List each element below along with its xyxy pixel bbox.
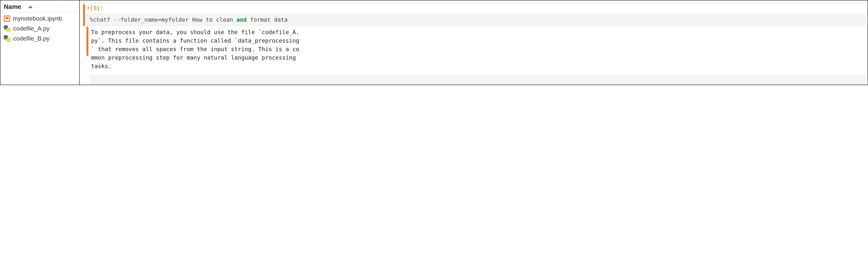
- code-token-option-val: myfolder: [161, 16, 189, 23]
- file-browser-header[interactable]: Name: [0, 0, 80, 12]
- jupyterlab-window: Name mynotebook.ipynb codefile_A.py code…: [0, 0, 868, 85]
- file-list: mynotebook.ipynb codefile_A.py codefile_…: [0, 12, 80, 45]
- code-input-area[interactable]: %chatf --folder_name=myfolder How to cle…: [87, 13, 865, 26]
- output-text[interactable]: To preprocess your data, you should use …: [90, 27, 865, 71]
- empty-code-cell[interactable]: [90, 75, 865, 85]
- file-browser-panel: Name mynotebook.ipynb codefile_A.py code…: [0, 0, 80, 85]
- output-line: ` that removes all spaces from the input…: [91, 46, 299, 52]
- execution-count: 9: [93, 5, 97, 11]
- code-token-keyword-and: and: [237, 16, 247, 23]
- notebook-top-border: [89, 0, 868, 3]
- file-item-python-a[interactable]: codefile_A.py: [0, 24, 80, 34]
- column-divider: [62, 6, 62, 11]
- cell-body: •[9]: %chatf --folder_name=myfolder How …: [87, 4, 865, 26]
- notebook-icon: [4, 15, 10, 22]
- prompt-bullet-icon: •[: [87, 5, 93, 11]
- sort-ascending-icon[interactable]: [28, 5, 33, 8]
- output-line: mmon preprocessing step for many natural…: [91, 54, 296, 61]
- code-token-eq: =: [158, 16, 161, 23]
- code-token-option-name: folder_name: [121, 16, 158, 23]
- code-cell[interactable]: •[9]: %chatf --folder_name=myfolder How …: [83, 4, 865, 26]
- output-line: tasks.: [91, 63, 112, 69]
- file-item-label: codefile_B.py: [13, 35, 50, 42]
- notebook-inner: •[9]: %chatf --folder_name=myfolder How …: [83, 3, 868, 85]
- output-line: To preprocess your data, you should use …: [91, 29, 299, 35]
- file-item-python-b[interactable]: codefile_B.py: [0, 34, 80, 44]
- python-icon: [4, 35, 10, 42]
- code-token-query-post: format data: [250, 16, 288, 23]
- file-item-label: mynotebook.ipynb: [13, 15, 62, 22]
- python-icon: [4, 25, 10, 32]
- file-item-label: codefile_A.py: [13, 25, 50, 32]
- code-token-option-flag: --: [114, 16, 120, 23]
- notebook-panel: •[9]: %chatf --folder_name=myfolder How …: [80, 0, 868, 85]
- column-header-name[interactable]: Name: [4, 3, 21, 10]
- cell-output: To preprocess your data, you should use …: [87, 27, 865, 71]
- code-token-magic: %chatf: [90, 16, 110, 23]
- output-select-bar[interactable]: [87, 27, 88, 56]
- output-line: py`. This file contains a function calle…: [91, 37, 299, 44]
- file-item-notebook[interactable]: mynotebook.ipynb: [0, 13, 80, 24]
- cell-select-bar[interactable]: [83, 4, 85, 26]
- prompt-suffix: ]:: [97, 5, 103, 11]
- code-token-query-pre: How to clean: [192, 16, 233, 23]
- execution-prompt: •[9]:: [87, 4, 865, 13]
